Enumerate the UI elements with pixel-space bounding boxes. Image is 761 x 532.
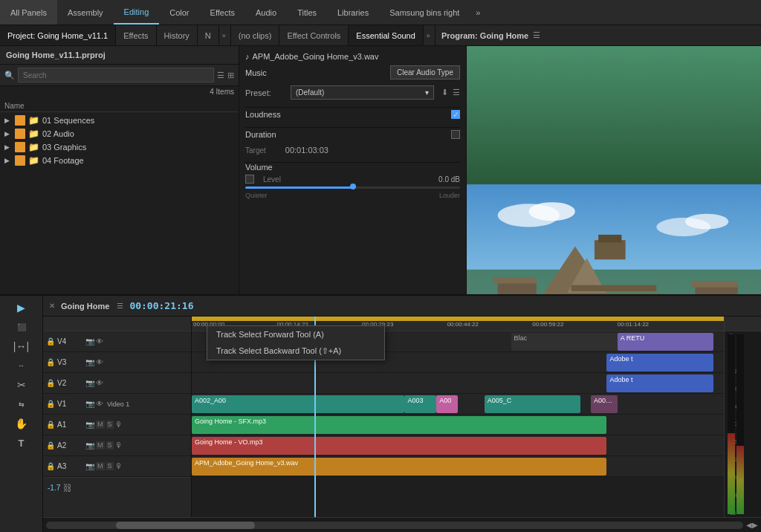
audio-track-a2[interactable]: Going Home - VO.mp3 [192, 435, 724, 456]
tab-effects[interactable]: Effects [116, 25, 156, 45]
tool-rolling[interactable]: ↔ [11, 357, 32, 374]
tool-ripple[interactable]: |↔| [11, 337, 32, 355]
icon-view-icon[interactable]: ⊞ [227, 71, 234, 80]
preset-dropdown[interactable]: (Default) ▾ [291, 85, 434, 100]
menu-titles[interactable]: Titles [287, 0, 327, 25]
video-track-v1[interactable]: A002_A00 A003 A00 A005_C A005_C [192, 394, 724, 415]
track-area[interactable]: 00:00:00:00 00:00:14:23 00:00:29:23 00:0… [192, 317, 724, 517]
list-item-graphics[interactable]: ▶ 📁 03 Graphics [0, 140, 239, 154]
clip-aretu[interactable]: A RETU [618, 333, 713, 351]
mute-a2-btn[interactable]: M [96, 441, 105, 450]
eye-v1-icon[interactable]: 👁 [96, 400, 103, 408]
mute-a1-btn[interactable]: M [96, 421, 105, 429]
camera-a3-icon[interactable]: 📷 [85, 462, 94, 470]
clip-vo[interactable]: Going Home - VO.mp3 [192, 437, 606, 455]
tool-slip[interactable]: ⇆ [11, 395, 32, 413]
clip-adobe-t-v3[interactable]: Adobe t [606, 354, 713, 372]
menu-more[interactable]: » [470, 8, 486, 17]
clip-apm[interactable]: APM_Adobe_Going Home_v3.wav [192, 458, 606, 476]
menu-editing[interactable]: Editing [114, 0, 160, 25]
list-item-audio[interactable]: ▶ 📁 02 Audio [0, 127, 239, 140]
tab-no-clips[interactable]: (no clips) [231, 25, 280, 45]
tab-project[interactable]: Project: Going Home_v11.1 [0, 25, 116, 45]
loudness-checkbox[interactable]: ✓ [451, 110, 460, 119]
svg-rect-12 [595, 240, 626, 259]
camera-v2-icon[interactable]: 📷 [85, 379, 94, 387]
menu-samsung[interactable]: Samsung bins right [379, 0, 470, 25]
tool-track-select[interactable]: ⬛ [11, 318, 32, 336]
clip-a002[interactable]: A002_A00 [192, 395, 404, 413]
context-item-forward[interactable]: Track Select Forward Tool (A) [207, 326, 384, 343]
clip-adobe-t-v2[interactable]: Adobe t [606, 374, 713, 392]
clear-audio-type-button[interactable]: Clear Audio Type [390, 65, 460, 80]
panel-header-arrow[interactable]: » [219, 32, 229, 39]
menu-color[interactable]: Color [159, 0, 199, 25]
eye-v2-icon[interactable]: 👁 [96, 379, 103, 387]
record-a3-icon[interactable]: 🎙 [115, 462, 123, 470]
timeline-scrollbar[interactable] [46, 522, 743, 529]
ruler-mark-5: 00:01:14:22 [618, 321, 649, 328]
scrollbar-thumb[interactable] [116, 522, 256, 529]
clip-sfx[interactable]: Going Home - SFX.mp3 [192, 416, 606, 434]
slider-handle[interactable] [350, 184, 356, 189]
solo-a1-btn[interactable]: S [106, 421, 114, 429]
record-a2-icon[interactable]: 🎙 [115, 441, 123, 450]
timeline-bottom: ◀ ▶ [43, 517, 761, 532]
clip-a003[interactable]: A003 [404, 395, 436, 413]
solo-a3-btn[interactable]: S [106, 462, 114, 470]
preset-menu-icon[interactable]: ☰ [453, 88, 460, 97]
scroll-right-btn[interactable]: ▶ [752, 521, 758, 529]
level-checkbox[interactable] [245, 175, 254, 184]
mute-a3-btn[interactable]: M [96, 462, 105, 470]
duration-checkbox[interactable] [451, 130, 460, 139]
record-a1-icon[interactable]: 🎙 [115, 421, 123, 429]
lock-a2-icon[interactable]: 🔒 [46, 441, 55, 450]
tool-select[interactable]: ▶ [11, 299, 32, 317]
project-search-input[interactable] [18, 68, 214, 82]
camera-a1-icon[interactable]: 📷 [85, 421, 94, 429]
eye-v3-icon[interactable]: 👁 [96, 358, 103, 366]
clip-a005-c2[interactable]: A005_C [591, 395, 618, 413]
camera-v1-icon[interactable]: 📷 [85, 400, 94, 408]
tool-type[interactable]: T [11, 434, 32, 452]
tool-hand[interactable]: ✋ [11, 415, 32, 432]
menu-libraries[interactable]: Libraries [327, 0, 379, 25]
audio-track-a3[interactable]: APM_Adobe_Going Home_v3.wav [192, 456, 724, 477]
lock-a3-icon[interactable]: 🔒 [46, 462, 55, 470]
preset-save-icon[interactable]: ⬇ [441, 88, 448, 97]
tab-history[interactable]: History [157, 25, 198, 45]
tab-n[interactable]: N [198, 25, 219, 45]
menu-effects[interactable]: Effects [200, 0, 245, 25]
eye-v4-icon[interactable]: 👁 [96, 337, 103, 346]
lock-a1-icon[interactable]: 🔒 [46, 421, 55, 429]
lock-v3-icon[interactable]: 🔒 [46, 358, 55, 366]
volume-link-icon[interactable]: ⛓ [63, 483, 72, 493]
scroll-left-btn[interactable]: ◀ [746, 521, 752, 529]
tool-razor[interactable]: ✂ [11, 376, 32, 394]
program-menu-icon[interactable]: ☰ [533, 30, 540, 40]
solo-a2-btn[interactable]: S [106, 441, 114, 450]
audio-track-a1[interactable]: Going Home - SFX.mp3 [192, 415, 724, 435]
clip-a00[interactable]: A00 [436, 395, 458, 413]
es-volume-slider[interactable]: Quieter Louder [245, 186, 460, 199]
menu-audio[interactable]: Audio [245, 0, 287, 25]
video-track-v2[interactable]: Adobe t [192, 373, 724, 394]
lock-v2-icon[interactable]: 🔒 [46, 379, 55, 387]
camera-a2-icon[interactable]: 📷 [85, 441, 94, 450]
close-timeline-icon[interactable]: ✕ [49, 302, 55, 310]
camera-v4-icon[interactable]: 📷 [85, 337, 94, 346]
clip-a005-c1[interactable]: A005_C [485, 395, 580, 413]
list-item-footage[interactable]: ▶ 📁 04 Footage [0, 154, 239, 167]
tab-effect-controls[interactable]: Effect Controls [279, 25, 349, 45]
list-view-icon[interactable]: ☰ [217, 71, 224, 80]
camera-v3-icon[interactable]: 📷 [85, 358, 94, 366]
timeline-menu-icon[interactable]: ☰ [117, 302, 123, 310]
context-item-backward[interactable]: Track Select Backward Tool (⇧+A) [207, 343, 384, 360]
lock-v4-icon[interactable]: 🔒 [46, 337, 55, 346]
tab-essential-sound[interactable]: Essential Sound [349, 25, 424, 45]
list-item-sequences[interactable]: ▶ 📁 01 Sequences [0, 114, 239, 127]
menu-all-panels[interactable]: All Panels [0, 0, 57, 25]
middle-panel-arrow[interactable]: » [424, 32, 433, 39]
menu-assembly[interactable]: Assembly [57, 0, 114, 25]
lock-v1-icon[interactable]: 🔒 [46, 400, 55, 408]
